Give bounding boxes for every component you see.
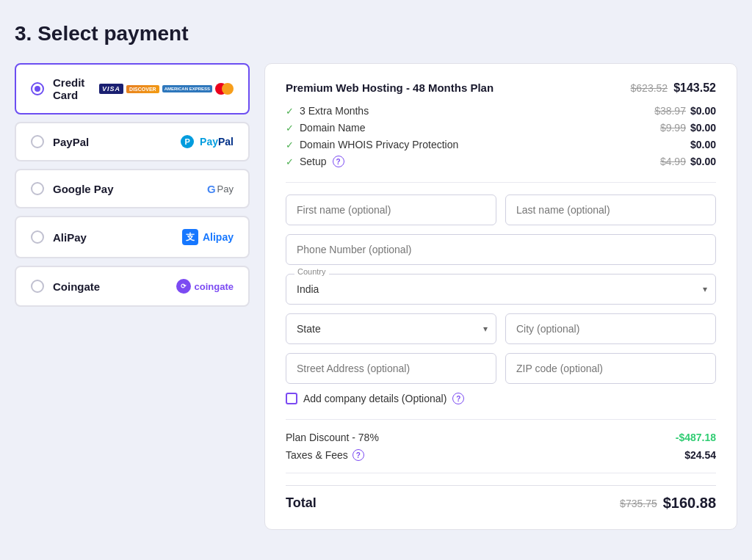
order-features: ✓ 3 Extra Months $38.97 $0.00 ✓ Domain N… <box>286 105 716 167</box>
feature-prices-whois: $0.00 <box>690 139 716 150</box>
payment-option-paypal[interactable]: PayPal P PayPal <box>15 122 250 161</box>
feature-name-setup: Setup <box>300 156 327 167</box>
company-row: Add company details (Optional) ? <box>286 393 716 404</box>
coingate-text: coingate <box>195 281 234 292</box>
state-select[interactable]: State <box>286 313 496 344</box>
company-label: Add company details (Optional) <box>303 393 446 404</box>
city-input[interactable] <box>505 313 716 344</box>
country-row: Country India ▾ <box>286 274 716 305</box>
taxes-row: Taxes & Fees ? $24.54 <box>286 449 716 461</box>
divider-2 <box>286 419 716 420</box>
order-price-group: $623.52 $143.52 <box>631 81 716 95</box>
taxes-help-icon[interactable]: ? <box>352 449 364 461</box>
paypal-logos: P PayPal <box>181 135 234 148</box>
check-icon-setup: ✓ <box>286 156 294 167</box>
feature-final-extra-months: $0.00 <box>690 105 716 117</box>
visa-logo: VISA <box>99 84 123 94</box>
page-title: 3. Select payment <box>15 22 737 46</box>
discount-label: Plan Discount - 78% <box>286 432 379 443</box>
total-final: $160.88 <box>663 495 716 512</box>
credit-card-label: Credit Card <box>53 76 99 101</box>
taxes-value: $24.54 <box>684 449 716 461</box>
feature-name-domain: Domain Name <box>300 122 365 134</box>
zip-input[interactable] <box>505 353 716 384</box>
payment-option-google-pay[interactable]: Google Pay G Pay <box>15 169 250 208</box>
feature-final-domain: $0.00 <box>690 122 716 134</box>
feature-original-setup: $4.99 <box>660 156 686 167</box>
alipay-label: AliPay <box>53 231 87 244</box>
country-label: Country <box>294 267 329 276</box>
check-icon-whois: ✓ <box>286 139 294 150</box>
feature-original-domain: $9.99 <box>660 122 686 134</box>
feature-whois: ✓ Domain WHOIS Privacy Protection $0.00 <box>286 139 716 150</box>
street-field <box>286 353 496 384</box>
coingate-label: Coingate <box>53 280 100 293</box>
radio-coingate <box>31 280 44 293</box>
payment-option-alipay[interactable]: AliPay 支 Alipay <box>15 216 250 258</box>
radio-alipay <box>31 230 44 244</box>
country-select[interactable]: India <box>286 274 716 305</box>
total-row: Total $735.75 $160.88 <box>286 485 716 512</box>
discover-logo: DISCOVER <box>126 85 159 93</box>
order-price-final: $143.52 <box>673 81 716 95</box>
coingate-logo: ⟳ coingate <box>176 279 234 294</box>
setup-help-icon[interactable]: ? <box>333 156 344 167</box>
payment-option-credit-card[interactable]: Credit Card VISA DISCOVER AMERICAN EXPRE… <box>15 63 250 114</box>
discount-row: Plan Discount - 78% -$487.18 <box>286 432 716 443</box>
order-title-row: Premium Web Hosting - 48 Months Plan $62… <box>286 81 716 95</box>
state-city-row: State ▾ <box>286 313 716 344</box>
name-row <box>286 194 716 225</box>
alipay-logo: 支 Alipay <box>182 229 234 245</box>
divider-3 <box>286 473 716 473</box>
alipay-icon: 支 <box>182 229 198 245</box>
feature-final-setup: $0.00 <box>690 156 716 167</box>
discount-value: -$487.18 <box>676 432 716 443</box>
radio-paypal <box>31 135 44 148</box>
feature-original-extra-months: $38.97 <box>654 105 686 117</box>
first-name-input[interactable] <box>286 194 496 225</box>
order-panel: Premium Web Hosting - 48 Months Plan $62… <box>264 63 737 530</box>
feature-prices-setup: $4.99 $0.00 <box>660 156 716 167</box>
company-checkbox[interactable] <box>286 393 297 404</box>
address-zip-row <box>286 353 716 384</box>
total-label: Total <box>286 495 317 511</box>
check-icon-extra-months: ✓ <box>286 106 294 117</box>
phone-input[interactable] <box>286 234 716 265</box>
company-help-icon[interactable]: ? <box>452 393 464 404</box>
feature-prices-extra-months: $38.97 $0.00 <box>654 105 716 117</box>
taxes-label: Taxes & Fees <box>286 449 348 461</box>
feature-name-extra-months: 3 Extra Months <box>300 105 369 117</box>
feature-setup: ✓ Setup ? $4.99 $0.00 <box>286 156 716 167</box>
phone-field <box>286 234 716 265</box>
payment-methods-panel: Credit Card VISA DISCOVER AMERICAN EXPRE… <box>15 63 250 307</box>
order-title: Premium Web Hosting - 48 Months Plan <box>286 81 494 94</box>
paypal-label: PayPal <box>53 136 89 148</box>
check-icon-domain: ✓ <box>286 123 294 134</box>
feature-name-whois: Domain WHOIS Privacy Protection <box>300 139 458 150</box>
street-input[interactable] <box>286 353 496 384</box>
radio-credit-card <box>31 82 44 95</box>
order-price-original: $623.52 <box>631 82 668 94</box>
feature-prices-domain: $9.99 $0.00 <box>660 122 716 134</box>
feature-domain: ✓ Domain Name $9.99 $0.00 <box>286 122 716 134</box>
total-original: $735.75 <box>620 498 657 509</box>
coingate-icon: ⟳ <box>176 279 191 294</box>
credit-card-logos: VISA DISCOVER AMERICAN EXPRESS <box>99 83 234 95</box>
paypal-icon: P <box>181 135 194 148</box>
state-field: State ▾ <box>286 313 496 344</box>
last-name-field <box>505 194 716 225</box>
payment-option-coingate[interactable]: Coingate ⟳ coingate <box>15 266 250 307</box>
radio-google-pay <box>31 182 44 195</box>
country-field: Country India ▾ <box>286 274 716 305</box>
phone-row <box>286 234 716 265</box>
feature-final-whois: $0.00 <box>690 139 716 150</box>
google-pay-label: Google Pay <box>53 183 114 195</box>
last-name-input[interactable] <box>505 194 716 225</box>
first-name-field <box>286 194 496 225</box>
feature-extra-months: ✓ 3 Extra Months $38.97 $0.00 <box>286 105 716 117</box>
mastercard-logo <box>215 83 234 95</box>
total-prices: $735.75 $160.88 <box>620 495 716 512</box>
divider-1 <box>286 182 716 183</box>
alipay-text: Alipay <box>203 231 234 243</box>
city-field <box>505 313 716 344</box>
